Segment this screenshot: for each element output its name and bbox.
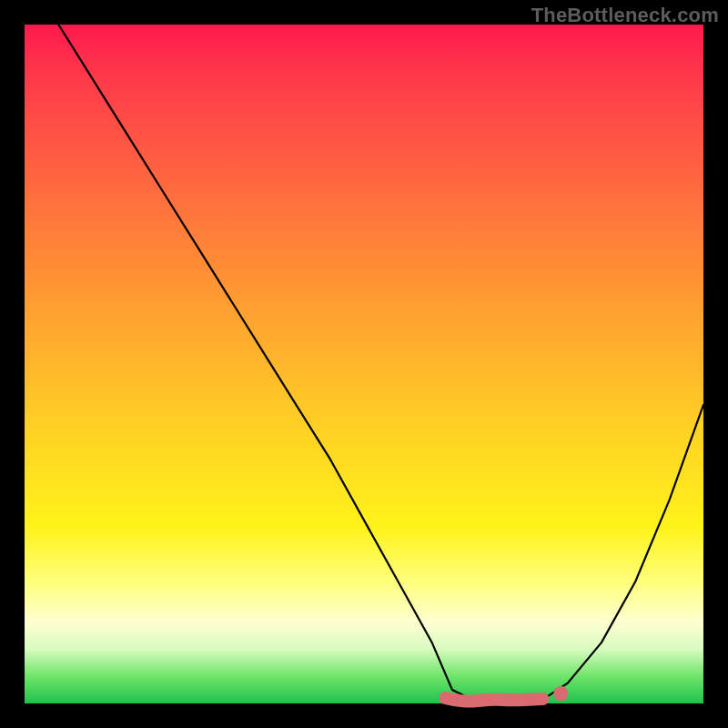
optimal-range-end-dot [553,686,568,701]
bottleneck-curve [58,25,703,703]
bottleneck-chart-svg [25,25,703,703]
optimal-range-marker [446,698,543,702]
plot-area [25,25,703,703]
chart-frame: TheBottleneck.com [0,0,728,728]
watermark-text: TheBottleneck.com [531,4,719,27]
